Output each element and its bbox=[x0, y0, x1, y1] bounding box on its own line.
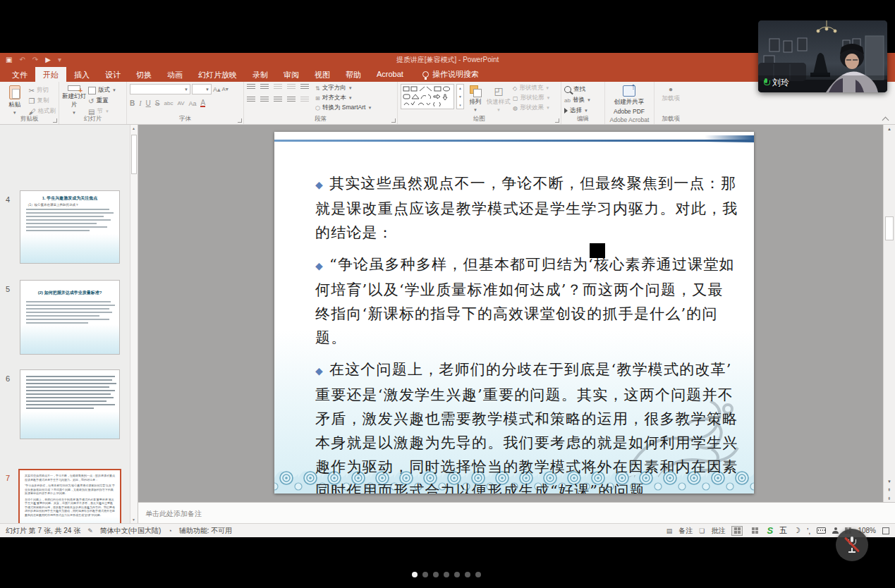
columns-button[interactable] bbox=[300, 97, 309, 103]
numbering-button[interactable] bbox=[260, 84, 269, 90]
thumbnail-slide-6[interactable] bbox=[20, 369, 120, 439]
copy-button[interactable]: ❐复制 bbox=[29, 97, 56, 105]
scrollbar-thumb[interactable] bbox=[131, 135, 137, 174]
collapse-ribbon-icon[interactable] bbox=[882, 116, 888, 121]
strikethrough-button[interactable]: S bbox=[155, 99, 160, 107]
replace-button[interactable]: ab替换▼ bbox=[564, 96, 591, 104]
clipboard-dialog-launcher[interactable] bbox=[53, 118, 57, 123]
select-button[interactable]: 选择▼ bbox=[564, 106, 591, 115]
thumbnail-slide-7-current[interactable]: 其实这些虽然观点不一，争论不断，但最终聚焦到一点：那就是课改重点应该是教学模式还… bbox=[18, 469, 121, 523]
scroll-down-icon[interactable]: ▼ bbox=[887, 479, 891, 484]
create-share-pdf-button[interactable]: 创建并共享 Adobe PDF bbox=[608, 84, 650, 115]
spelling-icon[interactable]: ✎ bbox=[87, 527, 93, 534]
tab-slideshow[interactable]: 幻灯片放映 bbox=[190, 67, 245, 82]
char-spacing-button[interactable]: AV bbox=[177, 100, 184, 106]
paste-button[interactable]: 粘贴▼ bbox=[3, 84, 27, 115]
tab-record[interactable]: 录制 bbox=[245, 67, 276, 82]
convert-smartart-button[interactable]: ⬡转换为 SmartArt▼ bbox=[315, 104, 372, 112]
scroll-up-icon[interactable]: ▲ bbox=[132, 126, 135, 130]
tab-design[interactable]: 设计 bbox=[97, 67, 128, 82]
layout-button[interactable]: 版式▼ bbox=[88, 86, 116, 94]
pager-dot[interactable] bbox=[433, 572, 439, 577]
ime-punctuation-icon[interactable]: ’, bbox=[807, 527, 811, 535]
ime-wubi-mode[interactable]: 五 bbox=[779, 525, 787, 536]
drawing-dialog-launcher[interactable] bbox=[555, 118, 559, 123]
italic-button[interactable]: I bbox=[139, 99, 141, 107]
shapes-gallery[interactable] bbox=[401, 84, 454, 109]
grow-font-button[interactable]: A▴ bbox=[213, 86, 221, 93]
comments-toggle[interactable]: 批注 bbox=[711, 526, 725, 536]
slide-sorter-view-button[interactable] bbox=[749, 526, 760, 536]
pager-dot[interactable] bbox=[454, 572, 460, 577]
tab-acrobat[interactable]: Acrobat bbox=[369, 67, 411, 82]
canvas-scrollbar[interactable]: ▲ ▼ ⇞ ⇟ bbox=[883, 125, 895, 502]
tab-insert[interactable]: 插入 bbox=[66, 67, 97, 82]
tab-view[interactable]: 视图 bbox=[307, 67, 338, 82]
ime-account-icon[interactable] bbox=[832, 527, 839, 534]
pager-dot[interactable] bbox=[465, 572, 470, 577]
next-slide-icon[interactable]: ⇟ bbox=[887, 496, 891, 501]
tab-review[interactable]: 审阅 bbox=[276, 67, 307, 82]
pager-dot[interactable] bbox=[444, 572, 449, 577]
bullets-button[interactable] bbox=[247, 84, 255, 90]
tab-home[interactable]: 开始 bbox=[35, 67, 66, 82]
text-direction-button[interactable]: ⇅文字方向▼ bbox=[315, 84, 372, 92]
notes-pane[interactable]: 单击此处添加备注 bbox=[138, 502, 895, 523]
find-button[interactable]: 查找 bbox=[564, 85, 591, 94]
line-spacing-button[interactable] bbox=[300, 84, 309, 90]
align-left-button[interactable] bbox=[247, 97, 255, 103]
current-slide[interactable]: ◆其实这些虽然观点不一，争论不断，但最终聚焦到一点：那就是课改重点应该是教学模式… bbox=[274, 132, 754, 494]
decrease-indent-button[interactable] bbox=[274, 84, 282, 90]
align-text-button[interactable]: ⊞对齐文本▼ bbox=[315, 94, 372, 102]
align-right-button[interactable] bbox=[274, 97, 282, 103]
fit-slide-icon[interactable] bbox=[882, 527, 889, 534]
font-color-button[interactable]: A bbox=[200, 99, 205, 107]
align-center-button[interactable] bbox=[260, 97, 269, 103]
webcam-tile[interactable]: 刘玲 bbox=[758, 20, 887, 92]
addins-button[interactable]: ● 加载项 bbox=[657, 84, 684, 115]
pager-dot[interactable] bbox=[475, 572, 481, 577]
language-indicator[interactable]: 简体中文(中国大陆) bbox=[100, 526, 162, 536]
scroll-down-icon[interactable]: ▼ bbox=[132, 517, 135, 522]
thumbnail-slide-5[interactable]: (2) 如何把握并达成学业质量标准? bbox=[20, 280, 120, 355]
increase-indent-button[interactable] bbox=[287, 84, 296, 90]
shape-effects-button[interactable]: ◍形状效果▼ bbox=[513, 104, 551, 112]
shrink-font-button[interactable]: A▾ bbox=[222, 86, 229, 92]
scrollbar-thumb[interactable] bbox=[885, 216, 894, 240]
normal-view-button[interactable] bbox=[731, 526, 743, 536]
font-dialog-launcher[interactable] bbox=[238, 118, 242, 123]
arrange-button[interactable]: 排列▼ bbox=[466, 84, 485, 115]
mute-microphone-button[interactable] bbox=[836, 529, 868, 561]
pager-dot-active[interactable] bbox=[412, 572, 418, 577]
justify-button[interactable] bbox=[287, 97, 296, 103]
shape-fill-button[interactable]: ◇形状填充▼ bbox=[513, 84, 551, 92]
quick-styles-button[interactable]: ◰ 快速样式▼ bbox=[487, 84, 511, 115]
tab-transitions[interactable]: 切换 bbox=[128, 67, 159, 82]
ime-keyboard-icon[interactable] bbox=[817, 527, 826, 534]
change-case-button[interactable]: Aa bbox=[188, 100, 196, 107]
bold-button[interactable]: B bbox=[130, 99, 135, 107]
slide-body-text[interactable]: ◆其实这些虽然观点不一，争论不断，但最终聚焦到一点：那就是课改重点应该是教学模式… bbox=[315, 171, 738, 494]
tab-file[interactable]: 文件 bbox=[4, 67, 35, 82]
tab-animations[interactable]: 动画 bbox=[159, 67, 190, 82]
tab-help[interactable]: 帮助 bbox=[338, 67, 369, 82]
text-shadow-button[interactable]: abc bbox=[164, 100, 173, 106]
pager-dot[interactable] bbox=[422, 572, 428, 577]
notes-toggle[interactable]: 备注 bbox=[678, 526, 693, 536]
sogou-ime-icon[interactable]: S bbox=[767, 525, 773, 536]
font-name-combo[interactable]: ▼ bbox=[130, 84, 190, 94]
ime-halfwidth-icon[interactable]: ☽ bbox=[793, 526, 800, 535]
thumbnail-slide-4[interactable]: 1. 学生兴趣激发成为关注焦点 （1）核心素养在课堂上的如何达成？ bbox=[20, 190, 120, 264]
reset-button[interactable]: ↺重置 bbox=[88, 97, 116, 105]
new-slide-button[interactable]: 新建幻灯片▼ bbox=[62, 84, 86, 115]
font-size-combo[interactable]: ▼ bbox=[192, 84, 212, 94]
cut-button[interactable]: ✂剪切 bbox=[29, 86, 56, 94]
shape-outline-button[interactable]: ▢形状轮廓▼ bbox=[513, 94, 551, 102]
tell-me-search[interactable]: 操作说明搜索 bbox=[422, 67, 479, 82]
thumbnail-scrollbar[interactable]: ▲ ▼ bbox=[130, 125, 138, 523]
scroll-up-icon[interactable]: ▲ bbox=[887, 127, 891, 131]
previous-slide-icon[interactable]: ⇞ bbox=[887, 487, 891, 492]
accessibility-status[interactable]: 辅助功能: 不可用 bbox=[179, 526, 233, 536]
underline-button[interactable]: U bbox=[146, 99, 151, 107]
shapes-gallery-scroll[interactable]: ▲▼▾ bbox=[456, 84, 464, 109]
